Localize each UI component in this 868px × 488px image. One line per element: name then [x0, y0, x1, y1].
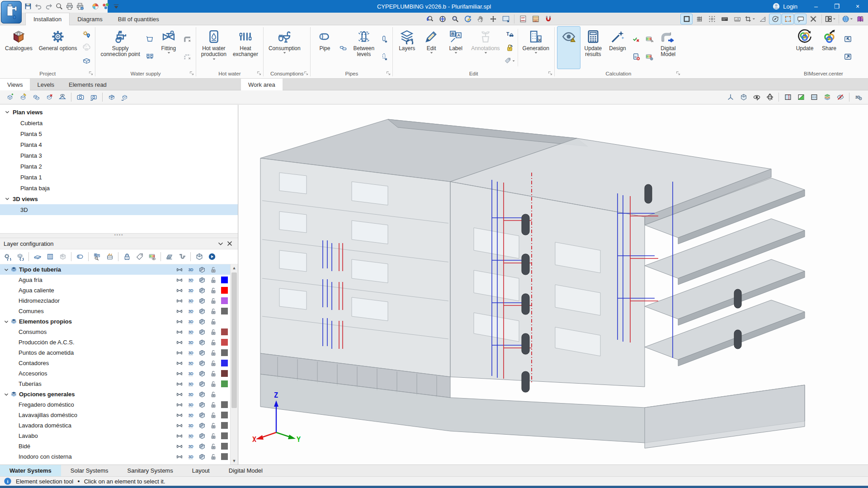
3d-visibility-icon[interactable]: 3D — [185, 432, 196, 440]
comment-icon[interactable] — [794, 14, 807, 24]
layer-row-lavabo[interactable]: Lavabo3D — [0, 431, 230, 441]
3d-visibility-icon[interactable]: 3D — [185, 370, 196, 377]
scrollbar-thumb[interactable] — [231, 272, 237, 408]
valve-toggle-icon[interactable] — [174, 328, 185, 336]
lock-layer-icon[interactable] — [208, 380, 219, 388]
layer-color-swatch[interactable] — [219, 380, 230, 387]
edit-button[interactable]: Edit — [420, 26, 443, 69]
label-button[interactable]: BALabel — [444, 26, 467, 69]
layer-color-swatch[interactable] — [219, 287, 230, 294]
tree-group-3d-views[interactable]: 3D views — [0, 193, 238, 204]
render-mode-icon[interactable] — [196, 297, 208, 305]
consumption-button[interactable]: Consumption — [266, 26, 303, 69]
3d-visibility-icon[interactable]: 3D — [185, 297, 196, 305]
layer-color-swatch[interactable] — [219, 432, 230, 439]
valve-toggle-icon[interactable] — [174, 349, 185, 357]
system-tab-solar-systems[interactable]: Solar Systems — [61, 465, 118, 476]
layer-color-swatch[interactable] — [219, 370, 230, 377]
share-button[interactable]: Share — [817, 26, 841, 69]
render-mode-icon[interactable] — [196, 287, 208, 294]
paint-kit-icon[interactable] — [104, 251, 116, 262]
app-logo-faucet-icon[interactable] — [1, 1, 22, 23]
zoom-search-icon[interactable] — [55, 1, 64, 12]
valve-toggle-icon[interactable] — [174, 277, 185, 284]
layer-color-swatch[interactable] — [219, 412, 230, 418]
barcode-select-icon[interactable] — [644, 34, 655, 44]
clip-box-icon[interactable] — [105, 92, 118, 103]
layer-color-swatch[interactable] — [219, 422, 230, 429]
lock-layer-icon[interactable] — [208, 360, 219, 367]
grill-icon[interactable] — [44, 251, 56, 262]
valve-toggle-icon[interactable] — [174, 339, 185, 346]
valve-toggle-icon[interactable] — [174, 370, 185, 377]
lock-layer-icon[interactable] — [208, 266, 219, 273]
compass-icon[interactable] — [769, 14, 781, 24]
system-tab-digital-model[interactable]: Digital Model — [219, 465, 272, 476]
sun-location-icon[interactable] — [81, 29, 92, 39]
layer-config-collapse-icon[interactable] — [216, 239, 225, 248]
tree-item-planta-3[interactable]: Planta 3 — [0, 150, 238, 161]
valve-toggle-icon[interactable] — [174, 401, 185, 408]
ribbon-tab-bill-of-quantities[interactable]: Bill of quantities — [110, 13, 167, 25]
3d-visibility-icon[interactable]: 3D — [185, 453, 196, 460]
move-view-icon[interactable] — [487, 14, 499, 24]
axes-tripod-icon[interactable] — [724, 92, 736, 103]
view-add-icon[interactable] — [4, 92, 16, 103]
render-mode-icon[interactable] — [196, 318, 208, 325]
pipe-button[interactable]: Pipe — [313, 26, 336, 69]
layer-color-swatch[interactable] — [219, 360, 230, 366]
pipe-elbow-icon[interactable] — [182, 34, 193, 44]
workspace-box-icon[interactable] — [81, 56, 92, 66]
lock-layer-icon[interactable] — [208, 277, 219, 284]
iso-cube-icon[interactable] — [737, 92, 750, 103]
zoom-previous-icon[interactable] — [424, 14, 436, 24]
keyboard-input-icon[interactable] — [718, 14, 731, 24]
tree-group-plan-views[interactable]: Plan views — [0, 107, 238, 117]
valve-toggle-icon[interactable] — [174, 287, 185, 294]
render-mode-icon[interactable] — [196, 432, 208, 440]
layer-row-puntos-de-acometida[interactable]: Puntos de acometida3D — [0, 347, 230, 358]
layer-colors-icon[interactable] — [821, 92, 833, 103]
layer-color-swatch[interactable] — [219, 328, 230, 335]
eye-off-icon[interactable] — [834, 92, 846, 103]
system-tab-layout[interactable]: Layout — [183, 465, 219, 476]
camera-copy-icon[interactable] — [87, 92, 99, 103]
update-results-button[interactable]: Update results — [581, 26, 605, 69]
render-mode-icon[interactable] — [196, 443, 208, 450]
valve-toggle-icon[interactable] — [174, 380, 185, 388]
render-mode-icon[interactable] — [196, 328, 208, 336]
layer-color-swatch[interactable] — [219, 297, 230, 304]
tag-more-icon[interactable] — [504, 56, 515, 66]
tools-cross-icon[interactable] — [807, 14, 819, 24]
layer-row-inodoro-con-cisterna[interactable]: Inodoro con cisterna3D — [0, 451, 230, 462]
cype-colors-icon[interactable] — [101, 1, 110, 12]
render-mode-icon[interactable] — [196, 422, 208, 429]
tree-item-planta-2[interactable]: Planta 2 — [0, 161, 238, 172]
render-mode-icon[interactable] — [196, 453, 208, 460]
layer-color-swatch[interactable] — [219, 443, 230, 450]
eye-warning-button[interactable]: ! — [557, 26, 580, 69]
barcode-eye-icon[interactable] — [146, 251, 158, 262]
snap-magnet-icon[interactable] — [542, 14, 554, 24]
layer-row-elementos-propios[interactable]: Elementos propios3D — [0, 316, 230, 327]
scroll-up-icon[interactable]: ▲ — [231, 264, 238, 272]
lock-layer-icon[interactable] — [208, 391, 219, 398]
layer-color-swatch[interactable] — [219, 308, 230, 314]
hot-water-production-button[interactable]: Hot water production — [198, 26, 229, 69]
undo-icon[interactable] — [34, 1, 43, 12]
digital-model-button[interactable]: Digital Model — [656, 26, 680, 69]
valve-toggle-icon[interactable] — [174, 360, 185, 367]
layer-color-swatch[interactable] — [219, 339, 230, 346]
layer-row-bid-[interactable]: Bidé3D — [0, 441, 230, 451]
3d-visibility-icon[interactable]: 3D — [185, 380, 196, 388]
general-options-button[interactable]: General options — [36, 26, 80, 69]
3d-visibility-icon[interactable]: 3D — [185, 349, 196, 357]
lock-layer-icon[interactable] — [208, 339, 219, 346]
system-tab-water-systems[interactable]: Water Systems — [0, 465, 61, 476]
acs-scheme-icon[interactable] — [81, 43, 92, 53]
lock-layer-icon[interactable] — [208, 453, 219, 460]
section-plan-icon[interactable] — [808, 92, 820, 103]
render-mode-icon[interactable] — [196, 266, 208, 273]
crop-region-icon[interactable] — [744, 14, 756, 24]
pipe-elbow-dashed-icon[interactable] — [182, 52, 193, 61]
